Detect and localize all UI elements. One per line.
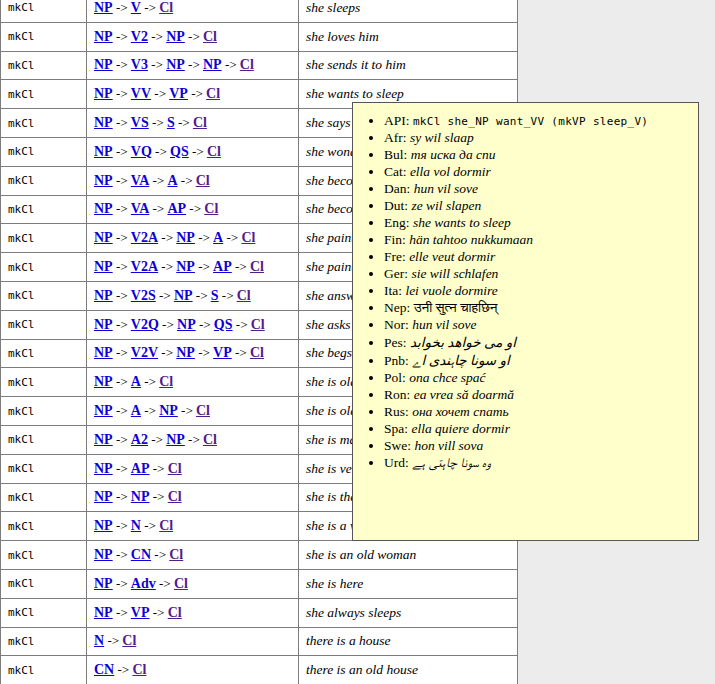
category-link-n[interactable]: N	[131, 518, 141, 533]
category-link-cl[interactable]: Cl	[159, 374, 173, 389]
category-link-np[interactable]: NP	[94, 201, 113, 216]
category-link-vs[interactable]: VS	[131, 115, 149, 130]
rule-signature-cell: NP -> VA -> AP -> Cl	[87, 195, 299, 224]
category-link-cl[interactable]: Cl	[159, 518, 173, 533]
example-cell: she is an old woman	[299, 541, 518, 570]
category-link-np[interactable]: NP	[94, 259, 113, 274]
category-link-qs[interactable]: QS	[214, 317, 233, 332]
category-link-cl[interactable]: Cl	[251, 317, 265, 332]
category-link-cn[interactable]: CN	[94, 662, 114, 677]
arrow-separator: ->	[195, 259, 213, 274]
category-link-cl[interactable]: Cl	[168, 461, 182, 476]
category-link-a[interactable]: A	[131, 403, 141, 418]
category-link-np[interactable]: NP	[176, 230, 195, 245]
category-link-n[interactable]: N	[94, 633, 104, 648]
arrow-separator: ->	[196, 317, 214, 332]
category-link-a2[interactable]: A2	[131, 432, 148, 447]
category-link-cl[interactable]: Cl	[203, 432, 217, 447]
category-link-cl[interactable]: Cl	[159, 0, 173, 15]
category-link-np[interactable]: NP	[94, 576, 113, 591]
category-link-np[interactable]: NP	[176, 259, 195, 274]
category-link-cl[interactable]: Cl	[196, 173, 210, 188]
category-link-np[interactable]: NP	[94, 345, 113, 360]
category-link-v2v[interactable]: V2V	[131, 345, 158, 360]
category-link-v2[interactable]: V2	[131, 29, 148, 44]
category-link-np[interactable]: NP	[94, 288, 113, 303]
rule-signature-cell: NP -> VS -> S -> Cl	[87, 109, 299, 138]
category-link-cl[interactable]: Cl	[193, 115, 207, 130]
category-link-v[interactable]: V	[131, 0, 141, 15]
arrow-separator: ->	[113, 201, 131, 216]
category-link-adv[interactable]: Adv	[131, 576, 156, 591]
category-link-va[interactable]: VA	[131, 173, 149, 188]
category-link-np[interactable]: NP	[94, 518, 113, 533]
category-link-ap[interactable]: AP	[131, 461, 150, 476]
category-link-np[interactable]: NP	[94, 547, 113, 562]
category-link-vv[interactable]: VV	[131, 86, 151, 101]
category-link-np[interactable]: NP	[176, 345, 195, 360]
category-link-cl[interactable]: Cl	[250, 259, 264, 274]
category-link-cn[interactable]: CN	[131, 547, 151, 562]
category-link-vp[interactable]: VP	[213, 345, 232, 360]
category-link-np[interactable]: NP	[94, 432, 113, 447]
category-link-np[interactable]: NP	[94, 144, 113, 159]
category-link-cl[interactable]: Cl	[203, 29, 217, 44]
category-link-vq[interactable]: VQ	[131, 144, 152, 159]
arrow-separator: ->	[141, 374, 159, 389]
category-link-np[interactable]: NP	[177, 317, 196, 332]
category-link-cl[interactable]: Cl	[207, 144, 221, 159]
category-link-a[interactable]: A	[167, 173, 177, 188]
category-link-cl[interactable]: Cl	[174, 576, 188, 591]
category-link-v2a[interactable]: V2A	[131, 259, 158, 274]
translation-item-spa: Spa: ella quiere dormir	[384, 421, 694, 437]
category-link-np[interactable]: NP	[94, 374, 113, 389]
category-link-np[interactable]: NP	[166, 432, 185, 447]
category-link-np[interactable]: NP	[203, 57, 222, 72]
category-link-np[interactable]: NP	[94, 86, 113, 101]
category-link-cl[interactable]: Cl	[241, 230, 255, 245]
category-link-np[interactable]: NP	[94, 29, 113, 44]
category-link-qs[interactable]: QS	[170, 144, 189, 159]
category-link-np[interactable]: NP	[94, 605, 113, 620]
category-link-cl[interactable]: Cl	[132, 662, 146, 677]
category-link-cl[interactable]: Cl	[169, 547, 183, 562]
category-link-np[interactable]: NP	[94, 0, 113, 15]
category-link-cl[interactable]: Cl	[206, 86, 220, 101]
category-link-np[interactable]: NP	[94, 403, 113, 418]
category-link-ap[interactable]: AP	[167, 201, 186, 216]
category-link-s[interactable]: S	[211, 288, 219, 303]
category-link-np[interactable]: NP	[131, 489, 150, 504]
category-link-np[interactable]: NP	[166, 29, 185, 44]
category-link-cl[interactable]: Cl	[237, 288, 251, 303]
category-link-vp[interactable]: VP	[131, 605, 150, 620]
category-link-np[interactable]: NP	[174, 288, 193, 303]
language-label: Urd:	[384, 455, 412, 470]
category-link-np[interactable]: NP	[94, 317, 113, 332]
category-link-np[interactable]: NP	[166, 57, 185, 72]
category-link-va[interactable]: VA	[131, 201, 149, 216]
category-link-cl[interactable]: Cl	[196, 403, 210, 418]
category-link-v2s[interactable]: V2S	[131, 288, 156, 303]
category-link-v2q[interactable]: V2Q	[131, 317, 159, 332]
category-link-s[interactable]: S	[167, 115, 175, 130]
category-link-np[interactable]: NP	[94, 461, 113, 476]
category-link-cl[interactable]: Cl	[204, 201, 218, 216]
category-link-a[interactable]: A	[213, 230, 223, 245]
category-link-np[interactable]: NP	[94, 230, 113, 245]
category-link-np[interactable]: NP	[94, 489, 113, 504]
arrow-separator: ->	[150, 461, 168, 476]
category-link-np[interactable]: NP	[94, 115, 113, 130]
category-link-ap[interactable]: AP	[213, 259, 232, 274]
category-link-np[interactable]: NP	[94, 57, 113, 72]
category-link-cl[interactable]: Cl	[168, 489, 182, 504]
category-link-cl[interactable]: Cl	[168, 605, 182, 620]
category-link-v3[interactable]: V3	[131, 57, 148, 72]
category-link-np[interactable]: NP	[159, 403, 178, 418]
category-link-cl[interactable]: Cl	[250, 345, 264, 360]
category-link-cl[interactable]: Cl	[240, 57, 254, 72]
category-link-vp[interactable]: VP	[169, 86, 188, 101]
category-link-cl[interactable]: Cl	[122, 633, 136, 648]
category-link-a[interactable]: A	[131, 374, 141, 389]
category-link-v2a[interactable]: V2A	[131, 230, 158, 245]
category-link-np[interactable]: NP	[94, 173, 113, 188]
